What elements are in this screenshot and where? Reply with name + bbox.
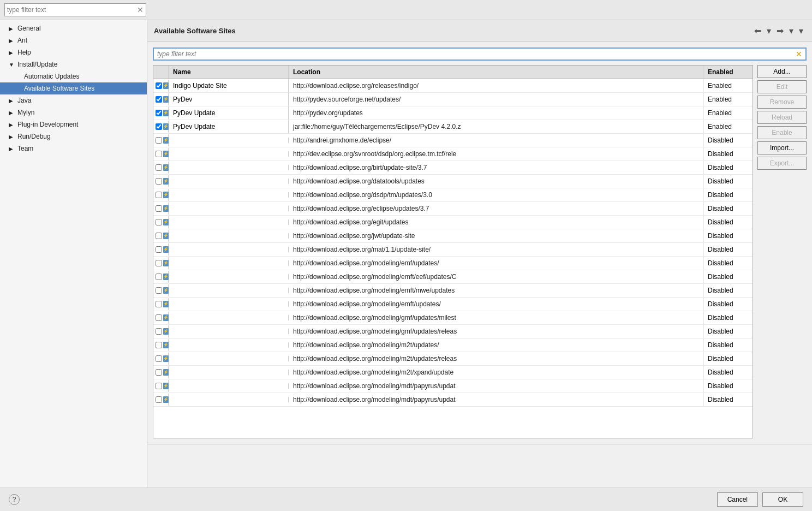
table-row[interactable]: ⚡PyDevhttp://pydev.sourceforge.net/updat… bbox=[153, 93, 753, 106]
row-check-cell: ⚡ bbox=[153, 298, 169, 310]
table-row[interactable]: ⚡http://download.eclipse.org/modeling/m2… bbox=[153, 338, 753, 352]
forward-dropdown-button[interactable]: ▾ bbox=[765, 25, 773, 37]
row-checkbox[interactable] bbox=[156, 287, 162, 294]
table-row[interactable]: ⚡http://download.eclipse.org/modeling/gm… bbox=[153, 311, 753, 325]
row-check-cell: ⚡ bbox=[153, 380, 169, 392]
site-icon: ⚡ bbox=[163, 369, 169, 376]
row-checkbox[interactable] bbox=[156, 369, 162, 376]
add-button[interactable]: Add... bbox=[757, 65, 807, 78]
table-row[interactable]: ⚡http://download.eclipse.org/modeling/em… bbox=[153, 257, 753, 270]
edit-button[interactable]: Edit bbox=[757, 80, 807, 93]
sidebar-item-label: Automatic Updates bbox=[24, 73, 79, 80]
row-name-cell bbox=[169, 192, 289, 198]
table-row[interactable]: ⚡http://download.eclipse.org/modeling/m2… bbox=[153, 366, 753, 379]
table-row[interactable]: ⚡http://download.eclipse.org/datatools/u… bbox=[153, 175, 753, 188]
row-location-cell: http://download.eclipse.org/modeling/emf… bbox=[289, 257, 703, 270]
row-checkbox[interactable] bbox=[156, 96, 162, 103]
row-checkbox[interactable] bbox=[156, 151, 162, 157]
forward-button[interactable]: ➡ bbox=[774, 25, 786, 37]
sidebar-item-available-software-sites[interactable]: Available Software Sites bbox=[0, 82, 147, 94]
table-container: Name Location Enabled ⚡Indigo Update Sit… bbox=[153, 65, 753, 438]
sidebar-item-run-debug[interactable]: ▶Run/Debug bbox=[0, 130, 147, 142]
enable-button[interactable]: Enable bbox=[757, 126, 807, 139]
back-button[interactable]: ⬅ bbox=[752, 25, 763, 37]
help-icon[interactable]: ? bbox=[9, 494, 20, 505]
table-row[interactable]: ⚡PyDev Updatejar:file:/home/guy/Téléchar… bbox=[153, 120, 753, 134]
row-checkbox[interactable] bbox=[156, 137, 162, 144]
row-checkbox[interactable] bbox=[156, 355, 162, 362]
table-row[interactable]: ⚡http://download.eclipse.org/jwt/update-… bbox=[153, 229, 753, 243]
row-checkbox[interactable] bbox=[156, 164, 162, 171]
row-checkbox[interactable] bbox=[156, 178, 162, 185]
table-row[interactable]: ⚡PyDev Updatehttp://pydev.org/updatesEna… bbox=[153, 106, 753, 120]
row-enabled-cell: Disabled bbox=[703, 257, 753, 270]
forward-dropdown2-button[interactable]: ▾ bbox=[787, 25, 796, 37]
table-row[interactable]: ⚡http://download.eclipse.org/modeling/gm… bbox=[153, 325, 753, 338]
inner-filter-wrapper[interactable]: ✕ bbox=[153, 47, 807, 61]
top-filter-input[interactable] bbox=[7, 6, 136, 14]
menu-button[interactable]: ▾ bbox=[797, 25, 805, 37]
cancel-button[interactable]: Cancel bbox=[717, 492, 758, 507]
table-row[interactable]: ⚡http://dev.eclipse.org/svnroot/dsdp/org… bbox=[153, 147, 753, 161]
row-location-cell: http://pydev.org/updates bbox=[289, 106, 703, 120]
table-row[interactable]: ⚡http://download.eclipse.org/modeling/m2… bbox=[153, 352, 753, 366]
row-checkbox[interactable] bbox=[156, 328, 162, 335]
row-checkbox[interactable] bbox=[156, 396, 162, 403]
table-row[interactable]: ⚡http://download.eclipse.org/mat/1.1/upd… bbox=[153, 243, 753, 257]
table-row[interactable]: ⚡http://download.eclipse.org/modeling/em… bbox=[153, 270, 753, 284]
row-checkbox[interactable] bbox=[156, 383, 162, 389]
remove-button[interactable]: Remove bbox=[757, 96, 807, 109]
export-button[interactable]: Export... bbox=[757, 157, 807, 170]
sidebar-item-team[interactable]: ▶Team bbox=[0, 142, 147, 155]
row-name-cell: PyDev bbox=[169, 93, 289, 106]
table-row[interactable]: ⚡http://download.eclipse.org/eclipse/upd… bbox=[153, 202, 753, 216]
row-checkbox[interactable] bbox=[156, 192, 162, 198]
sidebar-item-automatic-updates[interactable]: Automatic Updates bbox=[0, 70, 147, 82]
row-checkbox[interactable] bbox=[156, 123, 162, 130]
footer-buttons: Cancel OK bbox=[717, 492, 803, 507]
row-checkbox[interactable] bbox=[156, 110, 162, 116]
top-filter-clear-icon[interactable]: ✕ bbox=[137, 5, 144, 14]
sidebar-item-java[interactable]: ▶Java bbox=[0, 94, 147, 106]
row-checkbox[interactable] bbox=[156, 342, 162, 348]
inner-filter-clear-icon[interactable]: ✕ bbox=[796, 50, 802, 58]
row-checkbox[interactable] bbox=[156, 219, 162, 225]
sidebar-item-plugin-development[interactable]: ▶Plug-in Development bbox=[0, 118, 147, 130]
sidebar-item-ant[interactable]: ▶Ant bbox=[0, 34, 147, 46]
footer-left: ? bbox=[9, 494, 20, 505]
table-row[interactable]: ⚡http://download.eclipse.org/egit/update… bbox=[153, 216, 753, 229]
row-checkbox[interactable] bbox=[156, 260, 162, 266]
row-checkbox[interactable] bbox=[156, 246, 162, 253]
sidebar-item-help[interactable]: ▶Help bbox=[0, 46, 147, 58]
sidebar: ▶General▶Ant▶Help▼Install/UpdateAutomati… bbox=[0, 20, 147, 488]
row-checkbox[interactable] bbox=[156, 82, 162, 89]
inner-filter-input[interactable] bbox=[157, 50, 795, 58]
table-row[interactable]: ⚡http://download.eclipse.org/modeling/md… bbox=[153, 393, 753, 407]
row-enabled-cell: Disabled bbox=[703, 229, 753, 242]
table-row[interactable]: ⚡http://download.eclipse.org/modeling/md… bbox=[153, 379, 753, 393]
sidebar-item-general[interactable]: ▶General bbox=[0, 22, 147, 34]
import-button[interactable]: Import... bbox=[757, 141, 807, 155]
sidebar-item-install-update[interactable]: ▼Install/Update bbox=[0, 58, 147, 70]
row-location-cell: http://download.eclipse.org/egit/updates bbox=[289, 216, 703, 229]
row-checkbox[interactable] bbox=[156, 205, 162, 212]
sidebar-item-mylyn[interactable]: ▶Mylyn bbox=[0, 106, 147, 118]
row-location-cell: http://download.eclipse.org/birt/update-… bbox=[289, 161, 703, 174]
row-check-cell: ⚡ bbox=[153, 325, 169, 337]
table-row[interactable]: ⚡Indigo Update Sitehttp://download.eclip… bbox=[153, 79, 753, 93]
row-checkbox[interactable] bbox=[156, 314, 162, 321]
row-checkbox[interactable] bbox=[156, 274, 162, 280]
table-row[interactable]: ⚡http://andrei.gmxhome.de/eclipse/Disabl… bbox=[153, 134, 753, 147]
site-icon: ⚡ bbox=[163, 110, 169, 116]
top-filter-wrapper[interactable]: ✕ bbox=[4, 3, 146, 16]
reload-button[interactable]: Reload bbox=[757, 111, 807, 124]
row-location-cell: http://download.eclipse.org/eclipse/upda… bbox=[289, 202, 703, 215]
row-check-cell: ⚡ bbox=[153, 80, 169, 92]
table-row[interactable]: ⚡http://download.eclipse.org/modeling/em… bbox=[153, 284, 753, 298]
row-checkbox[interactable] bbox=[156, 301, 162, 307]
row-checkbox[interactable] bbox=[156, 233, 162, 239]
table-row[interactable]: ⚡http://download.eclipse.org/dsdp/tm/upd… bbox=[153, 188, 753, 202]
table-row[interactable]: ⚡http://download.eclipse.org/birt/update… bbox=[153, 161, 753, 175]
ok-button[interactable]: OK bbox=[762, 492, 803, 507]
table-row[interactable]: ⚡http://download.eclipse.org/modeling/em… bbox=[153, 298, 753, 311]
